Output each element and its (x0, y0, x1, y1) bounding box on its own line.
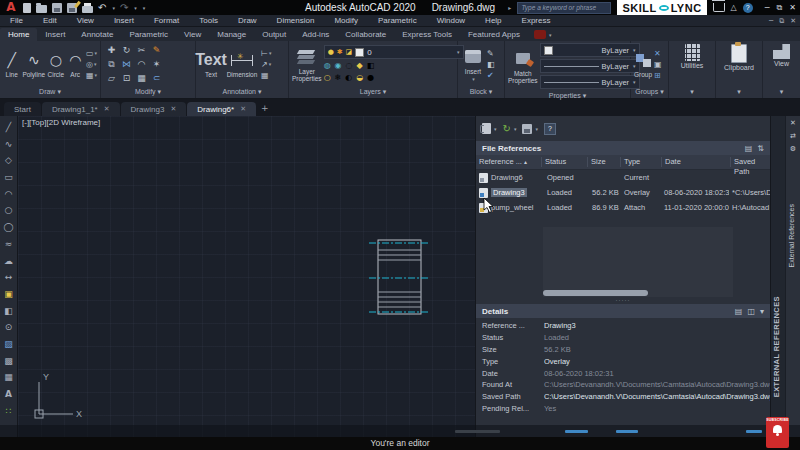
xref-row-drawing6[interactable]: Drawing6 Opened Current (476, 170, 770, 185)
palette-title-bar[interactable]: ✕ ⇄ ⚙ External References (785, 116, 800, 439)
drawing-geometry[interactable]: Y X (18, 116, 475, 439)
utilities-panel[interactable]: Utilities ▾ (669, 41, 716, 98)
line-button[interactable]: ╱Line (3, 50, 20, 78)
table-icon[interactable]: ▦ (261, 71, 271, 80)
mirror-icon[interactable]: ⋈ (122, 59, 131, 69)
menu-parametric[interactable]: Parametric (368, 16, 427, 25)
block-editor-icon[interactable]: ✔ (487, 71, 495, 80)
point-style-tool-icon[interactable]: ∷ (6, 403, 12, 420)
layer-freeze-icon[interactable]: ❄ (335, 73, 342, 83)
fillet-icon[interactable]: ◠ (138, 59, 146, 69)
offset-icon[interactable]: ⊂ (153, 73, 161, 83)
layer-properties-button[interactable]: Layer Properties (292, 47, 322, 82)
close-tab-icon[interactable]: ✕ (104, 105, 110, 113)
ellipse-tool-icon[interactable]: ◎▾ (86, 60, 97, 69)
move-icon[interactable]: ✚ (108, 45, 116, 55)
hatch-tool-icon[interactable]: ▨ (4, 336, 13, 353)
refresh-button[interactable]: ↻▾ (503, 123, 517, 134)
modify-panel-label[interactable]: Modify ▾ (101, 87, 195, 98)
properties-panel-label[interactable]: Properties ▾ (505, 91, 630, 101)
xref-anchor-tab[interactable]: EXTERNAL REFERENCES (770, 116, 785, 439)
layer-vp-freeze-icon[interactable]: ● (367, 73, 374, 83)
erase-icon[interactable]: ✎ (153, 45, 161, 55)
layer-unisolate-icon[interactable]: ◒ (356, 73, 363, 83)
view-panel[interactable]: View ▾ (763, 41, 800, 98)
column-date[interactable]: Date (661, 157, 730, 167)
palette-properties-icon[interactable]: ⚙ (790, 145, 796, 153)
details-dropdown-icon[interactable]: ▾ (760, 307, 764, 316)
linear-dimension-icon[interactable]: ⊢▾ (261, 49, 271, 58)
menu-edit[interactable]: Edit (33, 16, 67, 25)
define-attribute-icon[interactable]: ◧ (487, 60, 495, 69)
xref-row-pump-wheel[interactable]: pump_wheel Loaded 86.9 KB Attach 11-01-2… (476, 200, 770, 215)
palette-autohide-icon[interactable]: ⇄ (790, 132, 796, 140)
sign-in-icon[interactable]: △ (731, 3, 737, 12)
menu-file[interactable]: File (0, 16, 33, 25)
ribbon-tab-view[interactable]: View (176, 28, 209, 41)
line-tool-icon[interactable]: ╱ (6, 119, 11, 136)
list-view-icon[interactable]: ▤ (745, 144, 753, 153)
menu-dimension[interactable]: Dimension (267, 16, 325, 25)
clipboard-panel[interactable]: Clipboard ▾ (716, 41, 763, 98)
revision-cloud-icon[interactable]: ☁ (4, 253, 13, 270)
trim-icon[interactable]: ✂ (138, 45, 146, 55)
search-input[interactable]: Type a keyword or phrase (517, 2, 611, 14)
text-button[interactable]: TextText (199, 50, 223, 78)
open-file-icon[interactable] (36, 5, 47, 13)
linetype-dropdown[interactable]: ByLayer▾ (540, 75, 640, 89)
menu-express[interactable]: Express (512, 16, 561, 25)
block-panel-label[interactable]: Block ▾ (458, 87, 504, 98)
group-button[interactable]: Group (634, 50, 652, 78)
arc-button[interactable]: ◠Arc (67, 50, 84, 78)
app-store-cart-icon[interactable] (713, 3, 725, 12)
drawing-canvas[interactable]: [-][Top][2D Wireframe] (18, 116, 475, 439)
group-edit-icon[interactable]: ▣ (654, 60, 662, 69)
menu-insert[interactable]: Insert (104, 16, 144, 25)
leader-icon[interactable]: ↗▾ (261, 60, 271, 69)
file-tab-start[interactable]: Start (4, 102, 41, 116)
circle-button[interactable]: ○Circle (47, 50, 64, 78)
ribbon-tab-home[interactable]: Home (0, 28, 37, 41)
ribbon-tab-annotate[interactable]: Annotate (73, 28, 121, 41)
explode-icon[interactable]: ✶ (153, 59, 161, 69)
arc-tool-icon[interactable]: ◠ (5, 186, 13, 203)
rectangle-tool-icon[interactable]: ▭▾ (86, 49, 97, 58)
hatch-tool-icon[interactable]: ▦▾ (86, 71, 97, 80)
menu-window[interactable]: Window (427, 16, 475, 25)
rectangle-tool-icon[interactable]: ▭ (4, 169, 13, 186)
gradient-tool-icon[interactable]: ▩ (4, 353, 13, 370)
plot-icon[interactable] (82, 6, 93, 13)
undo-icon[interactable]: ↶ (98, 3, 106, 13)
xref-help-button[interactable]: ? (544, 123, 556, 135)
group-select-icon[interactable]: ⊞ (654, 71, 662, 80)
copy-icon[interactable]: ⧉ (108, 59, 114, 70)
layer-lock-icon[interactable]: ◆ (357, 61, 363, 71)
ribbon-tab-express-tools[interactable]: Express Tools (394, 28, 460, 41)
redo-icon[interactable]: ↷ (120, 3, 128, 13)
rotate-icon[interactable]: ↻ (123, 45, 131, 55)
close-tab-icon[interactable]: ✕ (170, 105, 176, 113)
attach-dwg-button[interactable]: ▾ (482, 123, 497, 134)
menu-modify[interactable]: Modify (324, 16, 368, 25)
layer-dropdown[interactable]: ● ✱ ◪ 0 ▾ (324, 45, 464, 59)
spline-tool-icon[interactable]: ≈ (5, 236, 13, 253)
layer-make-current-icon[interactable]: ◍ (324, 61, 331, 71)
annotation-panel-label[interactable]: Annotation ▾ (196, 87, 288, 98)
ribbon-tab-insert[interactable]: Insert (37, 28, 73, 41)
menu-tools[interactable]: Tools (189, 16, 228, 25)
taskbar-item[interactable] (565, 430, 588, 433)
mdi-restore-button[interactable]: ⧉ (779, 17, 784, 25)
help-icon[interactable]: ? (743, 3, 753, 13)
ribbon-options-dropdown-icon[interactable]: ▾ (549, 32, 552, 38)
minimize-button[interactable]: ─ (765, 3, 770, 13)
search-flyout-icon[interactable]: ▸ (508, 4, 511, 11)
file-tab-drawing6[interactable]: Drawing6*✕ (187, 102, 256, 116)
mdi-close-button[interactable]: ✕ (790, 17, 796, 25)
make-block-tool-icon[interactable]: ◧ (4, 303, 13, 320)
details-view-icon[interactable]: ▤ (735, 307, 743, 316)
column-status[interactable]: Status (541, 157, 587, 167)
taskbar-item[interactable] (616, 430, 638, 433)
menu-format[interactable]: Format (144, 16, 189, 25)
mdi-minimize-button[interactable]: ─ (769, 17, 773, 25)
ribbon-tab-output[interactable]: Output (254, 28, 294, 41)
